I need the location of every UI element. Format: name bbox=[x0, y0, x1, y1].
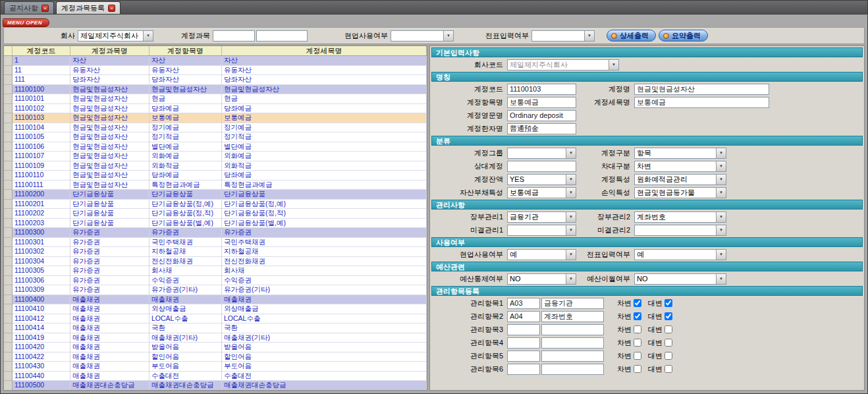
account-code-filter-input[interactable] bbox=[213, 30, 255, 42]
field-use-filter-select[interactable]: ▼ bbox=[391, 30, 454, 42]
table-row[interactable]: 11100302유가증권지하철공채지하철공채 bbox=[4, 247, 427, 257]
table-row[interactable]: 11100101현금및현금성자산현금현금 bbox=[4, 94, 427, 104]
column-header-code[interactable]: 계정코드 bbox=[13, 46, 70, 55]
table-row[interactable]: 11100300유가증권유가증권유가증권 bbox=[4, 228, 427, 238]
table-row[interactable]: 11100109현금및현금성자산외화적금외화적금 bbox=[4, 161, 427, 171]
close-icon[interactable]: × bbox=[108, 5, 115, 12]
credit-checkbox[interactable] bbox=[665, 352, 672, 360]
slip-entry-filter-select[interactable]: ▼ bbox=[531, 30, 595, 42]
table-row[interactable]: 11100103현금및현금성자산보통예금보통예금 bbox=[4, 113, 427, 123]
tab-account-registration[interactable]: 계정과목등록 × bbox=[56, 1, 121, 14]
budget-ctrl-select[interactable]: NO ▼ bbox=[507, 273, 576, 285]
table-row[interactable]: 11100201단기금융상품단기금융상품(정,예)단기금융상품(정,예) bbox=[4, 200, 427, 210]
debit-checkbox[interactable] bbox=[634, 352, 641, 360]
debit-checkbox[interactable] bbox=[634, 325, 641, 333]
table-row[interactable]: 11100111현금및현금성자산특정현금과예금특정현금과예금 bbox=[4, 181, 427, 190]
balance-select[interactable]: YES ▼ bbox=[507, 174, 576, 185]
table-row[interactable]: 11100304유가증권전신전화채권전신전화채권 bbox=[4, 257, 427, 267]
counter-account-input[interactable] bbox=[507, 161, 576, 172]
table-row[interactable]: 11100419매출채권매출채권(기타)매출채권(기타) bbox=[4, 333, 427, 343]
table-row[interactable]: 11100203단기금융상품단기금융상품(별,예)단기금융상품(별,예) bbox=[4, 219, 427, 229]
mgmt-item-name-input[interactable] bbox=[541, 364, 604, 375]
slip-use-select[interactable]: 예 ▼ bbox=[634, 249, 726, 260]
budget-carry-select[interactable]: NO ▼ bbox=[634, 273, 726, 285]
company-select[interactable]: 제일제지주식회사 ▼ bbox=[78, 30, 153, 42]
account-name-input[interactable] bbox=[634, 84, 769, 95]
credit-checkbox[interactable] bbox=[665, 325, 672, 333]
dc-div-select[interactable]: 차변 ▼ bbox=[634, 161, 726, 172]
mgmt-item-code-input[interactable] bbox=[507, 364, 540, 375]
mgmt-item-name-input[interactable] bbox=[541, 311, 604, 322]
table-row[interactable]: 11100420매출채권받을어음받을어음 bbox=[4, 343, 427, 352]
field-use-select[interactable]: 예 ▼ bbox=[507, 249, 576, 260]
table-row[interactable]: 11100105현금및현금성자산정기적금정기적금 bbox=[4, 132, 427, 142]
credit-checkbox[interactable] bbox=[665, 365, 672, 373]
table-row[interactable]: 11유동자산유동자산유동자산 bbox=[4, 66, 427, 76]
close-icon[interactable]: × bbox=[41, 5, 49, 12]
hanja-name-input[interactable] bbox=[507, 123, 576, 134]
eng-name-label: 계정영문명 bbox=[431, 111, 507, 121]
account-name-filter-input[interactable] bbox=[256, 30, 308, 42]
table-row[interactable]: 11100414매출채권국환국환 bbox=[4, 324, 427, 333]
mgmt-item-name-input[interactable] bbox=[541, 298, 604, 309]
mgmt-item-code-input[interactable] bbox=[507, 351, 540, 362]
table-row[interactable]: 11100305유가증권회사채회사채 bbox=[4, 266, 427, 276]
credit-checkbox[interactable] bbox=[665, 312, 672, 320]
mgmt-item-name-input[interactable] bbox=[541, 351, 604, 362]
cell-name: 유가증권 bbox=[70, 238, 149, 248]
mgmt-item-code-input[interactable] bbox=[507, 311, 540, 322]
table-row[interactable]: 11100400매출채권매출채권매출채권 bbox=[4, 295, 427, 305]
open2-select[interactable]: ▼ bbox=[634, 225, 726, 236]
company-code-select[interactable]: 제일제지주식회사 ▼ bbox=[507, 59, 619, 70]
account-div-select[interactable]: 항목 ▼ bbox=[634, 148, 726, 159]
table-row[interactable]: 11100202단기금융상품단기금융상품(정,적)단기금융상품(정,적) bbox=[4, 209, 427, 219]
debit-checkbox[interactable] bbox=[634, 299, 641, 307]
menu-open-button[interactable]: MENU OPEN bbox=[3, 18, 49, 27]
account-group-select[interactable]: ▼ bbox=[507, 148, 576, 159]
asset-attr-select[interactable]: 보통예금 ▼ bbox=[507, 187, 576, 198]
credit-checkbox[interactable] bbox=[665, 339, 672, 347]
credit-checkbox[interactable] bbox=[665, 299, 672, 307]
column-header-name[interactable]: 계정과목명 bbox=[70, 46, 149, 55]
table-row[interactable]: 11100309유가증권유가증권(기타)유가증권(기타) bbox=[4, 285, 427, 295]
debit-checkbox[interactable] bbox=[634, 312, 641, 320]
table-row[interactable]: 11100301유가증권국민주택채권국민주택채권 bbox=[4, 238, 427, 248]
mgmt-item-name-input[interactable] bbox=[541, 324, 604, 335]
table-row[interactable]: 11100107현금및현금성자산외화예금외화예금 bbox=[4, 152, 427, 161]
detail-print-button[interactable]: 상세출력 bbox=[607, 30, 656, 42]
book1-select[interactable]: 금융기관 ▼ bbox=[507, 211, 576, 223]
table-row[interactable]: 11100104현금및현금성자산정기예금정기예금 bbox=[4, 123, 427, 133]
pl-attr-select[interactable]: 현금및현금등가물 ▼ bbox=[634, 187, 726, 198]
mgmt-item-name-input[interactable] bbox=[541, 337, 604, 349]
table-row[interactable]: 11100500매출채권대손충당금매출채권대손충당금매출채권대손충당금 bbox=[4, 381, 427, 390]
eng-name-input[interactable] bbox=[507, 110, 576, 121]
table-row[interactable]: 111당좌자산당좌자산당좌자산 bbox=[4, 75, 427, 85]
column-header-item[interactable]: 계정항목명 bbox=[149, 46, 222, 55]
column-header-detail[interactable]: 계정세목명 bbox=[222, 46, 427, 55]
table-row[interactable]: 11100110현금및현금성자산당좌예금당좌예금 bbox=[4, 171, 427, 181]
account-code-input[interactable] bbox=[507, 84, 576, 95]
table-row[interactable]: 1자산자산자산 bbox=[4, 56, 427, 66]
table-row[interactable]: 11100440매출채권수출대전수출대전 bbox=[4, 372, 427, 381]
table-row[interactable]: 11100102현금및현금성자산당좌예금당좌예금 bbox=[4, 104, 427, 114]
account-attr-select[interactable]: 원화예적금관리 ▼ bbox=[634, 174, 726, 185]
book2-select[interactable]: 계좌번호 ▼ bbox=[634, 211, 726, 223]
open1-select[interactable]: ▼ bbox=[507, 225, 576, 236]
summary-print-button[interactable]: 요약출력 bbox=[659, 30, 708, 42]
item-name-input[interactable] bbox=[507, 97, 576, 108]
table-row[interactable]: 11100410매출채권외상매출금외상매출금 bbox=[4, 304, 427, 314]
table-row[interactable]: 11100422매출채권할인어음할인어음 bbox=[4, 352, 427, 362]
tab-notices[interactable]: 공지사항 × bbox=[4, 1, 54, 14]
table-row[interactable]: 11100200단기금융상품단기금융상품단기금융상품 bbox=[4, 190, 427, 200]
mgmt-item-code-input[interactable] bbox=[507, 298, 540, 309]
table-row[interactable]: 11100412매출채권LOCAL수출LOCAL수출 bbox=[4, 314, 427, 324]
mgmt-item-code-input[interactable] bbox=[507, 337, 540, 349]
table-row[interactable]: 11100106현금및현금성자산별단예금별단예금 bbox=[4, 142, 427, 152]
mgmt-item-code-input[interactable] bbox=[507, 324, 540, 335]
debit-checkbox[interactable] bbox=[634, 339, 641, 347]
table-row[interactable]: 11100306유가증권수익증권수익증권 bbox=[4, 276, 427, 286]
table-row[interactable]: 11100430매출채권부도어음부도어음 bbox=[4, 362, 427, 372]
debit-checkbox[interactable] bbox=[634, 365, 641, 373]
detail-name-input[interactable] bbox=[634, 97, 769, 108]
table-row[interactable]: 11100100현금및현금성자산현금및현금성자산현금및현금성자산 bbox=[4, 85, 427, 95]
